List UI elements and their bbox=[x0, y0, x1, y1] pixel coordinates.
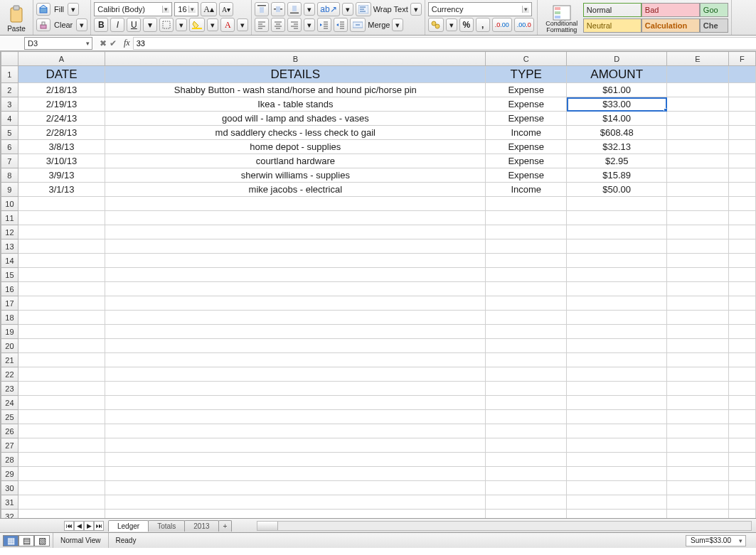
formula-input[interactable] bbox=[133, 37, 756, 50]
cell-B12[interactable] bbox=[105, 225, 486, 239]
underline-dropdown[interactable]: ▾ bbox=[143, 18, 157, 32]
cell-E13[interactable] bbox=[667, 239, 728, 254]
wrap-text-icon[interactable] bbox=[356, 2, 371, 16]
cell-E15[interactable] bbox=[667, 268, 728, 282]
cell-B22[interactable] bbox=[105, 367, 486, 382]
cell-A28[interactable] bbox=[18, 453, 105, 467]
cell-A9[interactable]: 3/1/13 bbox=[18, 183, 105, 197]
cell-C28[interactable] bbox=[486, 453, 567, 467]
row-header-29[interactable]: 29 bbox=[1, 467, 18, 481]
cell-C29[interactable] bbox=[486, 467, 567, 481]
fill-color-button[interactable] bbox=[189, 18, 205, 32]
row-header-14[interactable]: 14 bbox=[1, 254, 18, 268]
sheet-tab-ledger[interactable]: Ledger bbox=[108, 520, 149, 532]
column-header-C[interactable]: C bbox=[486, 52, 567, 66]
align-vert-dropdown[interactable]: ▾ bbox=[304, 3, 315, 16]
increase-decimal-button[interactable]: .0.00 bbox=[492, 18, 512, 32]
cell-F9[interactable] bbox=[728, 183, 755, 197]
percent-button[interactable]: % bbox=[459, 18, 474, 32]
cell-A31[interactable] bbox=[18, 495, 105, 510]
cell-D14[interactable] bbox=[567, 254, 667, 268]
cell-E22[interactable] bbox=[667, 367, 728, 382]
cell-E18[interactable] bbox=[667, 311, 728, 325]
cell-B11[interactable] bbox=[105, 211, 486, 225]
cell-B3[interactable]: Ikea - table stands bbox=[105, 97, 486, 112]
cell-C8[interactable]: Expense bbox=[486, 168, 567, 183]
orientation-button[interactable]: ab↗ bbox=[317, 2, 339, 16]
cell-C31[interactable] bbox=[486, 495, 567, 510]
style-calculation[interactable]: Calculation bbox=[641, 18, 700, 33]
cell-B31[interactable] bbox=[105, 495, 486, 510]
row-header-26[interactable]: 26 bbox=[1, 424, 18, 438]
select-all-corner[interactable] bbox=[1, 52, 18, 66]
cell-B25[interactable] bbox=[105, 410, 486, 424]
cell-D31[interactable] bbox=[567, 495, 667, 510]
cell-E7[interactable] bbox=[667, 154, 728, 168]
cell-B4[interactable]: good will - lamp and shades - vases bbox=[105, 112, 486, 126]
row-header-31[interactable]: 31 bbox=[1, 495, 18, 510]
row-header-9[interactable]: 9 bbox=[1, 183, 18, 197]
style-check[interactable]: Che bbox=[700, 18, 728, 33]
paste-button[interactable]: Paste bbox=[3, 1, 30, 33]
cell-D1[interactable]: AMOUNT bbox=[567, 66, 667, 83]
comma-button[interactable]: , bbox=[476, 18, 490, 32]
cell-C13[interactable] bbox=[486, 239, 567, 254]
cell-E11[interactable] bbox=[667, 211, 728, 225]
cell-E1[interactable] bbox=[667, 66, 728, 83]
cell-E25[interactable] bbox=[667, 410, 728, 424]
cell-F7[interactable] bbox=[728, 154, 755, 168]
wrap-text-dropdown[interactable]: ▾ bbox=[410, 3, 422, 16]
cell-E31[interactable] bbox=[667, 495, 728, 510]
row-header-2[interactable]: 2 bbox=[1, 83, 18, 97]
cell-A20[interactable] bbox=[18, 339, 105, 353]
row-header-10[interactable]: 10 bbox=[1, 197, 18, 211]
bold-button[interactable]: B bbox=[94, 18, 108, 32]
cell-D6[interactable]: $32.13 bbox=[567, 140, 667, 154]
column-header-A[interactable]: A bbox=[18, 52, 105, 66]
cell-F1[interactable] bbox=[728, 66, 755, 83]
cell-A4[interactable]: 2/24/13 bbox=[18, 112, 105, 126]
cell-A3[interactable]: 2/19/13 bbox=[18, 97, 105, 112]
column-header-F[interactable]: F bbox=[728, 52, 755, 66]
cell-E2[interactable] bbox=[667, 83, 728, 97]
row-header-21[interactable]: 21 bbox=[1, 353, 18, 367]
align-center-button[interactable] bbox=[271, 18, 285, 32]
cell-A2[interactable]: 2/18/13 bbox=[18, 83, 105, 97]
cell-A12[interactable] bbox=[18, 225, 105, 239]
cell-E16[interactable] bbox=[667, 282, 728, 296]
cell-B30[interactable] bbox=[105, 481, 486, 495]
row-header-28[interactable]: 28 bbox=[1, 453, 18, 467]
sheet-tab-totals[interactable]: Totals bbox=[148, 520, 185, 532]
align-horiz-dropdown[interactable]: ▾ bbox=[304, 18, 315, 31]
cell-D11[interactable] bbox=[567, 211, 667, 225]
cell-D7[interactable]: $2.95 bbox=[567, 154, 667, 168]
row-header-20[interactable]: 20 bbox=[1, 339, 18, 353]
cell-E26[interactable] bbox=[667, 424, 728, 438]
decrease-decimal-button[interactable]: .00.0 bbox=[514, 18, 534, 32]
cell-A10[interactable] bbox=[18, 197, 105, 211]
add-sheet-button[interactable]: + bbox=[218, 520, 233, 532]
merge-dropdown[interactable]: ▾ bbox=[392, 18, 403, 31]
cell-E8[interactable] bbox=[667, 168, 728, 183]
cell-F24[interactable] bbox=[728, 396, 755, 410]
increase-font-button[interactable]: A▴ bbox=[201, 2, 217, 16]
cancel-formula-button[interactable]: ✖ bbox=[100, 38, 107, 48]
cell-A30[interactable] bbox=[18, 481, 105, 495]
row-header-27[interactable]: 27 bbox=[1, 438, 18, 453]
row-header-11[interactable]: 11 bbox=[1, 211, 18, 225]
font-size-combo[interactable]: 16 bbox=[174, 2, 198, 16]
cell-F25[interactable] bbox=[728, 410, 755, 424]
cell-E9[interactable] bbox=[667, 183, 728, 197]
cell-E12[interactable] bbox=[667, 225, 728, 239]
decrease-indent-button[interactable] bbox=[317, 18, 331, 32]
clear-label[interactable]: Clear bbox=[53, 18, 74, 31]
cell-D21[interactable] bbox=[567, 353, 667, 367]
cell-A15[interactable] bbox=[18, 268, 105, 282]
cell-D18[interactable] bbox=[567, 311, 667, 325]
cell-D19[interactable] bbox=[567, 325, 667, 339]
cell-F17[interactable] bbox=[728, 296, 755, 311]
cell-C32[interactable] bbox=[486, 510, 567, 519]
cell-C22[interactable] bbox=[486, 367, 567, 382]
cell-E10[interactable] bbox=[667, 197, 728, 211]
row-header-17[interactable]: 17 bbox=[1, 296, 18, 311]
